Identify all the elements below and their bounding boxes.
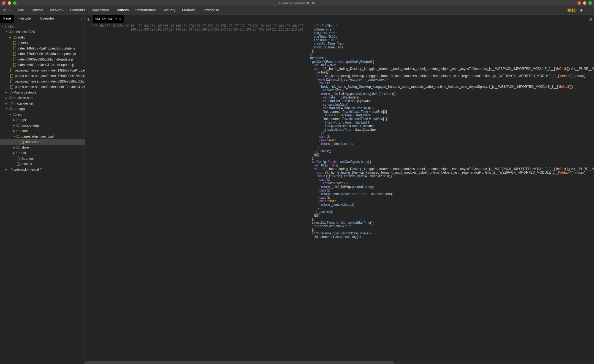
expand-arrow-icon[interactable]: ▶ [13,124,16,127]
toggle-navigator-icon[interactable]: ◧ [85,17,93,21]
tree-item[interactable]: (index) [0,40,85,46]
traffic-lights-left [2,1,17,5]
file-icon [13,63,17,67]
tree-item[interactable]: index.0963e768ffbc6bbc.hot-update.js [0,57,85,62]
tree-item[interactable]: index.vue [0,139,85,145]
tab-performance[interactable]: Performance [132,6,159,14]
expand-arrow-icon[interactable]: ▼ [6,31,8,33]
tree-item[interactable]: ▶img.js.design [0,101,85,106]
tree-item[interactable]: ▶store [0,145,85,150]
tree-item[interactable]: ▶webpack-internal:// [0,167,85,172]
file-icon [13,52,17,56]
sidebar-tab-overrides[interactable]: Overrides [37,15,58,23]
tree-item[interactable]: ▼top [0,24,85,29]
tree-item[interactable]: App.vue [0,156,85,161]
tab-network[interactable]: Network [47,6,67,14]
maximize-window-icon[interactable] [588,1,592,5]
errors-badge[interactable]: ▣ 21 [566,8,577,12]
cloud-icon [9,96,13,100]
settings-icon[interactable]: ⚙ [580,9,583,12]
file-icon [10,85,14,89]
tree-item[interactable]: index.14bbfb775a9456ae.hot-update.js [0,46,85,51]
tree-item[interactable]: ▼pages/admin/set_conf [0,134,85,139]
tree-item[interactable]: ▼uni-app [0,106,85,112]
more-icon[interactable]: ⋮ [586,9,590,12]
tree-item[interactable]: ▶conf [0,128,85,134]
maximize-window-icon[interactable] [13,1,17,5]
tree-item[interactable]: main.js [0,161,85,167]
tree-item[interactable]: pages-admin-set_conf-index.def818de4cc94… [0,84,85,90]
scrollbar-thumb[interactable] [88,361,394,364]
tree-item[interactable]: index.770d830e9185e8da.hot-update.js [0,51,85,57]
titlebar: DevTools - localhost:8080/ [0,0,594,6]
file-icon [20,140,24,144]
code-content[interactable]: inPutEndTime: '', pOrderTime: '', hisQue… [305,23,594,361]
expand-arrow-icon[interactable]: ▶ [13,119,16,121]
tree-item-label: at.alicdn.com [14,96,33,100]
tab-security[interactable]: Security [159,6,179,14]
code-area[interactable]: 155 156 157 158 159 160 161 162 163 164 … [85,23,594,361]
tab-application[interactable]: Application [88,6,112,14]
tree-item[interactable]: ▶Vue.js devtools [0,90,85,95]
file-icon [13,41,17,45]
close-tab-icon[interactable]: × [119,17,121,21]
expand-arrow-icon[interactable]: ▼ [13,135,16,138]
tree-item[interactable]: pages-admin-set_conf-index.770d830e9185e… [0,73,85,79]
expand-arrow-icon[interactable]: ▶ [13,152,16,154]
tree-item[interactable]: pages-admin-set_conf-index.0963e768ffbc6… [0,79,85,84]
svg-rect-0 [6,25,9,28]
tab-memory[interactable]: Memory [179,6,198,14]
sidebar-tab-filesystem[interactable]: Filesystem [14,15,37,23]
sidebar-more-icon[interactable]: ⋮ [78,15,85,23]
horizontal-scrollbar[interactable] [85,361,594,364]
tree-item[interactable]: ▶api [0,117,85,123]
tree-item[interactable]: ▼localhost:8080 [0,29,85,35]
tab-vue[interactable]: Vue [14,6,27,14]
tab-lighthouse[interactable]: Lighthouse [198,6,223,14]
more-tabs-icon[interactable]: » [58,15,63,23]
tree-item[interactable]: ▶at.alicdn.com [0,95,85,101]
tree-item[interactable]: ▶static [0,35,85,40]
device-toolbar-icon[interactable]: ▭ [9,9,12,12]
tree-item[interactable]: ▶utils [0,150,85,156]
sidebar-tab-page[interactable]: Page [0,15,14,23]
close-window-icon[interactable] [2,1,6,5]
scroll-left-icon[interactable] [85,361,88,364]
expand-arrow-icon[interactable]: ▶ [6,97,8,99]
tree-item-label: localhost:8080 [14,30,35,34]
close-window-icon[interactable] [577,1,581,5]
minimize-window-icon[interactable] [8,1,11,5]
tree-item[interactable]: index.def818de4cc94124.hot-update.js [0,62,85,68]
expand-arrow-icon[interactable]: ▶ [13,146,16,149]
expand-arrow-icon[interactable]: ▶ [6,91,8,94]
sidebar-tabs: PageFilesystemOverrides » ⋮ [0,15,85,23]
expand-arrow-icon[interactable]: ▶ [6,168,8,171]
tree-item[interactable]: ▼src [0,112,85,117]
expand-arrow-icon[interactable]: ▶ [6,102,8,105]
tab-console[interactable]: Console [27,6,47,14]
expand-arrow-icon[interactable]: ▼ [2,25,4,28]
tree-item-label: index.14bbfb775a9456ae.hot-update.js [18,46,75,50]
expand-arrow-icon[interactable]: ▼ [6,108,8,110]
tree-item-label: pages/admin/set_conf [21,135,54,138]
folder-icon [13,35,17,39]
inspect-icon[interactable]: ◩ [3,9,6,12]
expand-arrow-icon[interactable]: ▶ [9,36,12,39]
main-tabs: ◩ ▭ VueConsoleNetworkElementsApplication… [0,6,594,15]
expand-arrow-icon[interactable]: ▶ [13,130,16,132]
expand-arrow-icon[interactable]: ▼ [9,113,12,116]
tree-item[interactable]: pages-admin-set_conf-index.14bbfb775a945… [0,68,85,73]
tree-item-label: api [21,118,26,122]
tree-item-label: pages-admin-set_conf-index.0963e768ffbc6… [15,80,85,83]
tree-item[interactable]: ▶components [0,123,85,128]
toggle-debugger-icon[interactable]: ◨ [586,17,594,21]
cloud-icon [9,102,13,105]
line-gutter: 155 156 157 158 159 160 161 162 163 164 … [85,23,305,361]
cloud-icon [9,168,13,171]
folder-icon [17,124,20,127]
file-tab[interactable]: VM1650 94736 × [93,15,124,23]
tab-sources[interactable]: Sources [112,6,132,14]
minimize-window-icon[interactable] [583,1,586,5]
tree-item-label: main.js [21,162,32,166]
tab-elements[interactable]: Elements [67,6,88,14]
